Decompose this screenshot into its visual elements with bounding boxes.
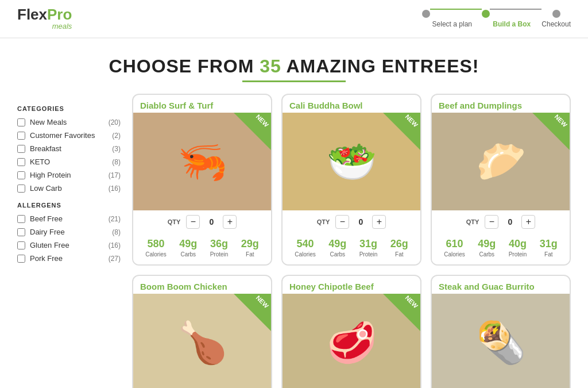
step-label-select-plan: Select a plan xyxy=(432,20,472,28)
new-badge-text: NEW xyxy=(255,113,270,129)
label-gluten-free: Gluten Free xyxy=(30,241,106,249)
meal-card: Diablo Surf & Turf 🦐 NEW QTY − 0 + 580 C… xyxy=(132,94,272,266)
sidebar-item-pork-free[interactable]: Pork Free (27) xyxy=(17,254,121,263)
qty-row: QTY − 0 + xyxy=(283,210,420,233)
checkbox-beef-free[interactable] xyxy=(17,215,25,223)
sidebar-item-low-carb[interactable]: Low Carb (16) xyxy=(17,184,121,193)
sidebar-item-customer-favorites[interactable]: Customer Favorites (2) xyxy=(17,131,121,140)
step-circle-select-plan xyxy=(422,10,430,18)
meal-image-wrapper: 🌯 xyxy=(432,294,570,388)
checkbox-keto[interactable] xyxy=(17,158,25,166)
sidebar-item-beef-free[interactable]: Beef Free (21) xyxy=(17,214,121,223)
label-high-protein: High Protein xyxy=(30,171,106,179)
step-checkout: Checkout xyxy=(541,10,571,28)
fat-label: Fat xyxy=(395,251,403,258)
page-title: CHOOSE FROM 35 AMAZING ENTREES! xyxy=(0,56,588,77)
meal-name: Honey Chipotle Beef xyxy=(289,282,374,291)
nutrition-protein: 36g Protein xyxy=(210,238,229,258)
checkbox-customer-favorites[interactable] xyxy=(17,132,25,140)
meal-card: Steak and Guac Burrito 🌯 QTY − 0 + 590 C… xyxy=(431,275,571,388)
meal-card: Honey Chipotle Beef 🥩 NEW QTY − 0 + 560 … xyxy=(281,275,421,388)
calories-label: Calories xyxy=(444,251,465,258)
step-label-checkout: Checkout xyxy=(541,20,571,28)
title-underline xyxy=(242,80,346,82)
nutrition-carbs: 49g Carbs xyxy=(478,238,496,258)
count-dairy-free: (8) xyxy=(112,228,121,236)
logo-text: FlexPro xyxy=(17,7,72,22)
count-gluten-free: (16) xyxy=(109,241,121,249)
step-line-2 xyxy=(490,9,541,10)
meal-name: Steak and Guac Burrito xyxy=(439,282,535,291)
nutrition-calories: 580 Calories xyxy=(145,238,167,258)
calories-value: 610 xyxy=(446,238,463,250)
new-badge-text: NEW xyxy=(404,294,420,310)
carbs-value: 49g xyxy=(179,238,197,250)
nutrition-row: 580 Calories 49g Carbs 36g Protein 29g F… xyxy=(133,233,271,264)
label-customer-favorites: Customer Favorites xyxy=(30,131,110,140)
meal-card: Beef and Dumplings 🥟 NEW QTY − 0 + 610 C… xyxy=(431,94,571,266)
page-title-section: CHOOSE FROM 35 AMAZING ENTREES! xyxy=(0,39,588,94)
logo: FlexPro meals xyxy=(17,7,72,30)
label-beef-free: Beef Free xyxy=(30,214,106,223)
logo-pro: Pro xyxy=(47,6,72,23)
nutrition-protein: 40g Protein xyxy=(509,238,527,258)
label-pork-free: Pork Free xyxy=(30,254,106,263)
header: FlexPro meals Select a plan Build a Box … xyxy=(0,0,588,39)
fat-label: Fat xyxy=(544,251,552,258)
count-beef-free: (21) xyxy=(109,215,121,223)
qty-plus-button[interactable]: + xyxy=(372,215,386,229)
count-low-carb: (16) xyxy=(109,185,121,193)
checkbox-low-carb[interactable] xyxy=(17,185,25,193)
qty-minus-button[interactable]: − xyxy=(485,215,498,229)
qty-label: QTY xyxy=(168,218,181,225)
qty-label: QTY xyxy=(317,218,330,225)
content-area: Diablo Surf & Turf 🦐 NEW QTY − 0 + 580 C… xyxy=(126,94,577,388)
progress-steps: Select a plan Build a Box Checkout xyxy=(422,10,571,28)
checkbox-breakfast[interactable] xyxy=(17,145,25,153)
nutrition-protein: 31g Protein xyxy=(359,238,378,258)
qty-plus-button[interactable]: + xyxy=(521,215,535,229)
label-low-carb: Low Carb xyxy=(30,184,106,193)
count-pork-free: (27) xyxy=(109,255,121,263)
sidebar-item-keto[interactable]: KETO (8) xyxy=(17,157,121,166)
meal-image-wrapper: 🥟 NEW xyxy=(432,113,570,210)
checkbox-pork-free[interactable] xyxy=(17,255,25,263)
carbs-value: 49g xyxy=(478,238,496,250)
fat-label: Fat xyxy=(246,251,254,258)
logo-meals: meals xyxy=(17,22,72,30)
qty-minus-button[interactable]: − xyxy=(335,215,349,229)
meal-name: Diablo Surf & Turf xyxy=(140,101,213,110)
nutrition-fat: 29g Fat xyxy=(241,238,259,258)
sidebar-item-dairy-free[interactable]: Dairy Free (8) xyxy=(17,228,121,236)
nutrition-row: 610 Calories 49g Carbs 40g Protein 31g F… xyxy=(432,233,570,264)
meal-image-wrapper: 🦐 NEW xyxy=(133,113,271,210)
new-badge-text: NEW xyxy=(255,294,270,310)
sidebar-item-breakfast[interactable]: Breakfast (3) xyxy=(17,144,121,153)
checkbox-dairy-free[interactable] xyxy=(17,228,25,236)
meal-image-wrapper: 🥩 NEW xyxy=(283,294,420,388)
sidebar-item-gluten-free[interactable]: Gluten Free (16) xyxy=(17,241,121,249)
count-breakfast: (3) xyxy=(112,145,121,153)
meal-name: Beef and Dumplings xyxy=(439,101,522,110)
protein-label: Protein xyxy=(210,251,229,258)
sidebar-item-high-protein[interactable]: High Protein (17) xyxy=(17,171,121,179)
meal-image-wrapper: 🥗 NEW xyxy=(283,113,420,210)
meal-card-header: Boom Boom Chicken xyxy=(133,276,271,294)
qty-plus-button[interactable]: + xyxy=(223,215,237,229)
checkbox-gluten-free[interactable] xyxy=(17,241,25,249)
sidebar-item-new-meals[interactable]: New Meals (20) xyxy=(17,118,121,126)
meal-grid: Diablo Surf & Turf 🦐 NEW QTY − 0 + 580 C… xyxy=(132,94,571,388)
qty-value: 0 xyxy=(206,217,217,226)
qty-value: 0 xyxy=(355,217,366,226)
label-breakfast: Breakfast xyxy=(30,144,110,153)
meal-card-header: Beef and Dumplings xyxy=(432,95,570,113)
nutrition-fat: 26g Fat xyxy=(390,238,408,258)
checkbox-high-protein[interactable] xyxy=(17,171,25,179)
calories-value: 580 xyxy=(148,238,165,250)
meal-card-header: Honey Chipotle Beef xyxy=(283,276,420,294)
new-badge-text: NEW xyxy=(554,113,569,129)
step-label-build-box: Build a Box xyxy=(493,20,531,28)
checkbox-new-meals[interactable] xyxy=(17,118,25,126)
count-high-protein: (17) xyxy=(109,171,121,179)
qty-minus-button[interactable]: − xyxy=(186,215,200,229)
